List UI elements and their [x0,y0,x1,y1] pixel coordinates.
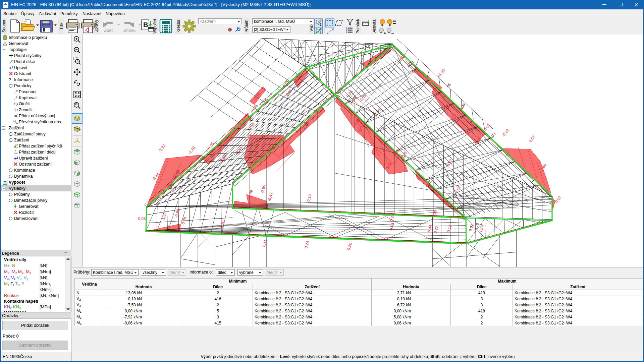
svg-text:6,67: 6,67 [528,134,536,143]
svg-text:6,67: 6,67 [445,158,453,167]
svg-text:0,36: 0,36 [285,88,293,97]
svg-text:-7,92: -7,92 [158,143,166,153]
svg-text:0,16: 0,16 [219,220,225,229]
svg-text:0,07: 0,07 [479,224,484,232]
svg-text:-0,49: -0,49 [267,192,273,201]
svg-text:1: 1 [320,23,322,26]
svg-text:-0,16: -0,16 [306,194,312,203]
svg-text:F: F [15,150,16,153]
svg-text:0,02: 0,02 [468,224,474,232]
svg-text:0,11: 0,11 [262,239,267,247]
svg-text:-2,85: -2,85 [174,208,180,218]
svg-text:-2,10: -2,10 [187,145,196,155]
svg-text:-0,03: -0,03 [345,89,354,99]
svg-text:-0,03: -0,03 [388,222,394,232]
svg-text:-0,27: -0,27 [433,226,439,235]
svg-text:-0,49: -0,49 [181,217,187,226]
svg-text:0,02: 0,02 [554,195,562,203]
svg-text:0,24: 0,24 [304,240,310,249]
svg-text:Znovu: Znovu [123,28,136,33]
svg-text:-2,85: -2,85 [260,184,266,194]
svg-text:1,90: 1,90 [374,108,381,116]
svg-text:-0,03: -0,03 [137,217,146,221]
svg-text:0,05: 0,05 [483,123,491,131]
svg-text:F: F [16,144,18,147]
svg-text:-1,39: -1,39 [161,212,167,221]
svg-text:Zpět: Zpět [104,28,113,33]
svg-text:1: 1 [320,31,322,34]
svg-text:06: 06 [446,82,451,88]
svg-text:0,20: 0,20 [346,242,352,251]
svg-text:B: B [143,21,148,28]
svg-text:51,90: 51,90 [437,68,446,78]
svg-text:0,10: 0,10 [474,223,479,231]
svg-text:-0,22: -0,22 [501,128,510,137]
